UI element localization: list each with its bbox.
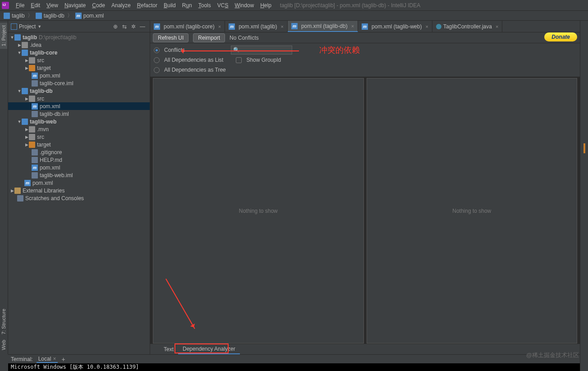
radio-conflicts[interactable] [154,47,160,53]
close-icon[interactable]: × [349,23,354,29]
close-icon[interactable]: × [279,24,284,29]
tree-taglib-db[interactable]: ▼taglib-db [8,87,150,95]
tree-db-src[interactable]: ▶src [8,95,150,102]
tab-text[interactable]: Text [159,345,178,354]
folder-icon [29,96,35,102]
gutter-tab-structure[interactable]: 7: Structure [0,306,7,337]
radio-as-tree-label: All Dependencies as Tree [164,67,226,73]
tree-core-target[interactable]: ▶target [8,64,150,72]
chevron-right-icon: 〉 [66,12,74,19]
menu-code[interactable]: Code [89,2,108,9]
breadcrumb: taglib 〉 taglib-db 〉 mpom.xml [0,11,588,21]
dependency-toolbar: Refresh UI Reimport No Conflicts Donate [150,32,580,43]
close-icon[interactable]: × [494,24,498,29]
close-icon[interactable]: × [423,24,428,29]
refresh-ui-button[interactable]: Refresh UI [153,33,188,42]
search-input[interactable] [242,47,304,53]
crumb-taglib-db[interactable]: taglib-db [34,13,66,19]
tree-core-pom[interactable]: mpom.xml [8,72,150,79]
menu-view[interactable]: View [43,2,61,9]
window-title-path: taglib [D:\project\taglib] - pom.xml (ta… [275,2,420,9]
radio-as-list[interactable] [154,57,160,63]
file-icon [32,172,38,179]
editor-area: mpom.xml (taglib-core)× mpom.xml (taglib… [150,21,580,354]
tree-taglib-core[interactable]: ▼taglib-core [8,49,150,56]
tree-web-gitignore[interactable]: .gitignore [8,148,150,156]
tab-pom-web[interactable]: mpom.xml (taglib-web)× [358,21,432,32]
maven-icon: m [154,23,160,30]
tree-web-src[interactable]: ▶src [8,133,150,141]
menu-navigate[interactable]: Navigate [61,2,89,9]
close-icon[interactable]: × [53,356,56,362]
tree-core-iml[interactable]: taglib-core.iml [8,79,150,87]
maven-icon: m [229,23,235,30]
terminal-tabs: Terminal: Local× + [8,354,580,363]
tree-idea[interactable]: ▶.idea [8,41,150,49]
tab-pom-taglib[interactable]: mpom.xml (taglib)× [225,21,288,32]
tree-scratches[interactable]: Scratches and Consoles [8,194,150,202]
menu-tools[interactable]: Tools [195,2,214,9]
tree-web-mvn[interactable]: ▶.mvn [8,125,150,133]
gear-icon[interactable]: ✲ [129,22,138,31]
watermark: @稀土掘金技术社区 [526,351,579,359]
reimport-button[interactable]: Reimport [193,33,225,42]
project-tree[interactable]: ▼taglibD:\project\taglib ▶.idea ▼taglib-… [8,32,150,202]
hide-icon[interactable]: — [138,22,147,31]
radio-as-list-label: All Dependencies as List [164,57,223,63]
folder-icon [29,142,35,148]
tree-taglib-web[interactable]: ▼taglib-web [8,118,150,125]
tree-db-pom[interactable]: mpom.xml [8,102,150,110]
tree-web-iml[interactable]: taglib-web.iml [8,171,150,179]
terminal-tab-local[interactable]: Local× [37,356,58,363]
terminal-output[interactable]: Microsoft Windows [版本 10.0.18363.1139] [8,363,580,371]
gutter-tab-web[interactable]: Web [0,337,7,353]
tree-db-iml[interactable]: taglib-db.iml [8,110,150,118]
donate-button[interactable]: Donate [544,32,577,41]
tree-root[interactable]: ▼taglibD:\project\taglib [8,33,150,41]
tab-pom-db[interactable]: mpom.xml (taglib-db)× [288,21,358,32]
file-icon [32,80,38,87]
locate-icon[interactable]: ⊕ [111,22,120,31]
tab-dependency-analyzer[interactable]: Dependency Analyzer [178,344,240,354]
maven-icon: m [24,180,31,186]
right-pane[interactable]: Nothing to show [367,78,578,344]
dependency-panes: Nothing to show Nothing to show [150,78,580,344]
menu-file[interactable]: File [13,2,28,9]
folder-icon [29,57,35,64]
search-box[interactable]: 🔍 [231,46,292,55]
folder-icon [36,13,42,19]
tab-controller[interactable]: TaglibController.java× [432,21,503,32]
search-icon: 🔍 [233,47,240,53]
check-show-groupid-label: Show GroupId [246,57,281,63]
project-title[interactable]: Project ▼ [11,23,41,30]
maven-icon: m [32,103,38,110]
menu-edit[interactable]: Edit [28,2,43,9]
check-show-groupid[interactable] [236,57,242,63]
menu-window[interactable]: Window [231,2,257,9]
radio-as-tree[interactable] [154,67,160,73]
terminal-add-button[interactable]: + [61,356,65,363]
tree-web-target[interactable]: ▶target [8,141,150,148]
close-icon[interactable]: × [216,24,221,29]
left-pane[interactable]: Nothing to show [153,78,364,344]
folder-icon [29,134,35,140]
tree-external-libs[interactable]: ▶External Libraries [8,187,150,194]
tree-core-src[interactable]: ▶src [8,56,150,64]
gutter-tab-project[interactable]: 1: Project [0,23,7,49]
menu-build[interactable]: Build [161,2,179,9]
project-tool-window: Project ▼ ⊕ ⇆ ✲ — ▼taglibD:\project\tagl… [8,21,150,354]
tree-root-pom[interactable]: mpom.xml [8,179,150,187]
tree-web-pom[interactable]: mpom.xml [8,164,150,171]
scroll-marker [583,143,585,153]
menu-vcs[interactable]: VCS [214,2,232,9]
menu-help[interactable]: Help [257,2,275,9]
crumb-taglib[interactable]: taglib [2,13,27,19]
settings-icon[interactable]: ⇆ [120,22,129,31]
tree-web-help[interactable]: HELP.md [8,156,150,164]
menu-refactor[interactable]: Refactor [134,2,161,9]
menu-analyze[interactable]: Analyze [108,2,134,9]
menu-run[interactable]: Run [179,2,195,9]
crumb-pom[interactable]: mpom.xml [74,13,106,19]
tab-pom-core[interactable]: mpom.xml (taglib-core)× [150,21,225,32]
maven-icon: m [75,13,82,19]
